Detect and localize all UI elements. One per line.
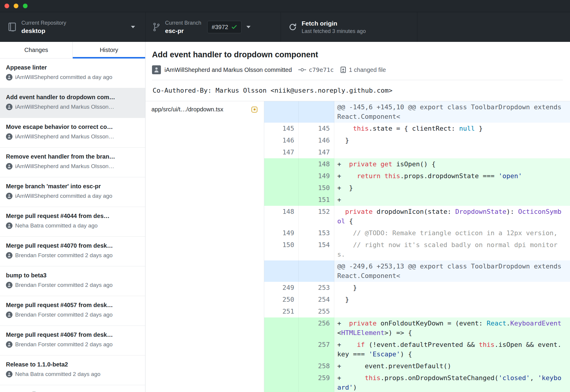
commit-meta: iAmWillShepherd and Markus Olsson… <box>6 104 139 110</box>
minimize-button[interactable] <box>14 4 18 8</box>
commit-meta-text: iAmWillShepherd and Markus Olsson… <box>15 133 114 140</box>
avatar <box>6 371 12 377</box>
commit-meta-text: Brendan Forster committed 2 days ago <box>15 252 113 259</box>
window-controls <box>4 4 28 8</box>
diff-added-line: 259+ this.props.onDropdownStateChanged('… <box>264 372 570 392</box>
diff-added-line: 151+ <box>264 194 570 206</box>
old-line-number <box>264 170 299 182</box>
modified-icon <box>251 107 257 113</box>
old-line-number <box>264 101 299 123</box>
old-line-number <box>264 158 299 170</box>
commit-meta: Brendan Forster committed 2 days ago <box>6 252 139 259</box>
commit-list-item[interactable]: Add event handler to dropdown com…iAmWil… <box>0 88 145 118</box>
old-line-number <box>264 260 299 282</box>
diff-view: @@ -145,6 +145,10 @@ export class Toolba… <box>264 101 570 392</box>
diff-context-line: 147147 <box>264 146 570 158</box>
new-line-number: 153 <box>299 227 334 239</box>
code-text: + <box>334 194 570 206</box>
new-line-number: 253 <box>299 282 334 294</box>
code-text: + event.preventDefault() <box>334 360 570 372</box>
diff-added-line: 256+ private onFoldoutKeyDown = (event: … <box>264 317 570 339</box>
diff-file-icon <box>340 67 346 73</box>
diff-context-line: 251255 <box>264 306 570 317</box>
code-text: + private get isOpen() { <box>334 158 570 170</box>
old-line-number <box>264 339 299 360</box>
new-line-number: 148 <box>299 158 334 170</box>
diff-context-line: 150154 // right now it's scaled badly on… <box>264 239 570 260</box>
repository-switcher-button[interactable]: Current Repository desktop <box>0 12 145 42</box>
commit-meta: iAmWillShepherd and Markus Olsson… <box>6 163 139 170</box>
avatar <box>6 282 12 288</box>
commit-meta-text: Neha Batra committed 2 days ago <box>15 371 100 377</box>
sync-icon <box>289 23 297 31</box>
commit-list-item[interactable]: Merge pull request #4044 from des…Neha B… <box>0 207 145 237</box>
commit-list-item[interactable]: Merge pull request #4070 from desk…Brend… <box>0 237 145 266</box>
old-line-number: 251 <box>264 306 299 317</box>
old-line-number: 145 <box>264 123 299 135</box>
commit-list-item[interactable]: Appease linteriAmWillShepherd committed … <box>0 59 145 88</box>
commit-list-item[interactable]: Remove event handler from the bran…iAmWi… <box>0 148 145 177</box>
commit-list-item[interactable]: Merge pull request #4057 from desk…Brend… <box>0 296 145 326</box>
commit-title: Merge pull request #4067 from desk… <box>6 331 139 339</box>
new-line-number: 255 <box>299 306 334 317</box>
diff-added-line: 149+ return this.props.dropdownState ===… <box>264 170 570 182</box>
commit-authors: iAmWillShepherd and Markus Olsson commit… <box>164 67 292 73</box>
old-line-number <box>264 317 299 339</box>
commit-title: Appease linter <box>6 64 139 71</box>
old-line-number: 250 <box>264 294 299 306</box>
zoom-button[interactable] <box>23 4 28 8</box>
commit-list-item[interactable]: Merge pull request #40… <box>0 385 145 392</box>
commit-title: bump to beta3 <box>6 271 139 279</box>
changed-files-count: 1 changed file <box>349 67 386 73</box>
tab-history[interactable]: History <box>72 42 145 58</box>
commit-meta: Neha Batra committed 2 days ago <box>6 371 139 377</box>
commit-list-item[interactable]: Merge branch 'master' into esc-priAmWill… <box>0 177 145 207</box>
repository-label: Current Repository <box>21 20 66 26</box>
commit-title: Remove event handler from the bran… <box>6 153 139 160</box>
new-line-number: 259 <box>299 372 334 392</box>
changed-files-group: 1 changed file <box>340 67 386 73</box>
git-commit-icon <box>298 67 306 72</box>
commit-list: Appease linteriAmWillShepherd committed … <box>0 59 145 392</box>
repo-book-icon <box>8 22 17 32</box>
code-text <box>334 146 570 158</box>
commit-description: Co-Authored-By: Markus Olsson <niik@user… <box>145 80 570 101</box>
new-line-number: 147 <box>299 146 334 158</box>
code-text: + } <box>334 182 570 194</box>
new-line-number: 256 <box>299 317 334 339</box>
code-text: @@ -145,6 +145,10 @@ export class Toolba… <box>334 101 570 123</box>
commit-meta-text: iAmWillShepherd and Markus Olsson… <box>15 163 114 170</box>
avatar <box>6 163 12 170</box>
diff-added-line: 258+ event.preventDefault() <box>264 360 570 372</box>
diff-panels: app/src/ui/t…/dropdown.tsx @@ -145,6 +14… <box>145 101 570 392</box>
commit-title: Merge pull request #4044 from des… <box>6 212 139 220</box>
diff-context-line: 145145 this.state = { clientRect: null } <box>264 123 570 135</box>
commit-meta: iAmWillShepherd and Markus Olsson… <box>6 133 139 140</box>
pull-request-badge: #3972 <box>207 21 242 33</box>
fetch-origin-button[interactable]: Fetch origin Last fetched 3 minutes ago <box>281 12 417 42</box>
git-branch-icon <box>153 23 160 31</box>
old-line-number: 150 <box>264 239 299 260</box>
avatar <box>6 341 12 348</box>
commit-list-item[interactable]: Move escape behavior to correct co…iAmWi… <box>0 118 145 148</box>
file-list-item[interactable]: app/src/ui/t…/dropdown.tsx <box>145 101 264 118</box>
close-button[interactable] <box>4 4 9 8</box>
commit-meta: Brendan Forster committed 2 days ago <box>6 312 139 318</box>
commit-meta: Brendan Forster committed 2 days ago <box>6 282 139 288</box>
branch-label: Current Branch <box>165 20 201 26</box>
tab-changes[interactable]: Changes <box>0 42 72 58</box>
commit-list-item[interactable]: Release to 1.1.0-beta2Neha Batra committ… <box>0 355 145 385</box>
commit-list-item[interactable]: Merge pull request #4067 from desk…Brend… <box>0 326 145 355</box>
pull-request-number: #3972 <box>212 24 228 31</box>
code-text <box>334 306 570 317</box>
commit-meta: Neha Batra committed a day ago <box>6 222 139 229</box>
diff-added-line: 148+ private get isOpen() { <box>264 158 570 170</box>
branch-switcher-button[interactable]: Current Branch esc-pr #3972 <box>145 12 281 42</box>
diff-context-line: 250254 } <box>264 294 570 306</box>
avatar <box>152 65 161 74</box>
commit-list-item[interactable]: bump to beta3Brendan Forster committed 2… <box>0 266 145 296</box>
commit-meta-text: iAmWillShepherd committed a day ago <box>15 193 112 199</box>
diff-context-line: 146146 } <box>264 135 570 146</box>
commit-title: Release to 1.1.0-beta2 <box>6 361 139 368</box>
commit-title: Merge pull request #40… <box>6 390 139 392</box>
